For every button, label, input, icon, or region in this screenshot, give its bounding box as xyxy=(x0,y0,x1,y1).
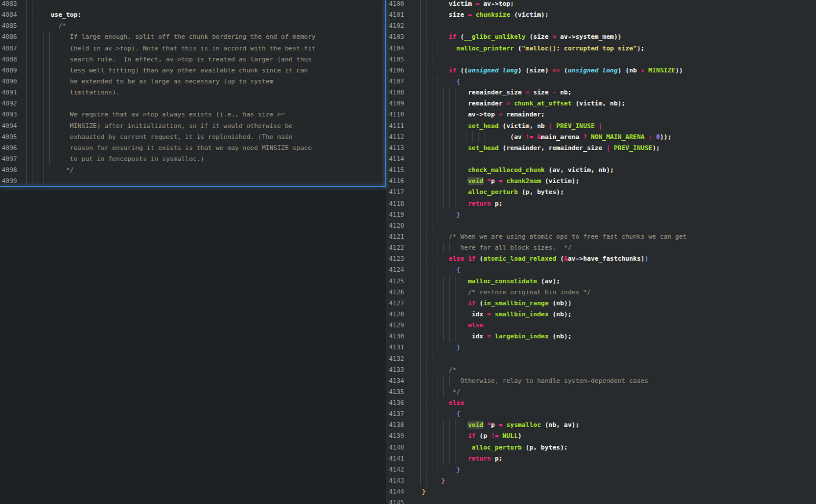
code-line-content[interactable]: malloc_consolidate (av); xyxy=(406,276,816,287)
code-line[interactable]: 4116 void *p = chunk2mem (victim); xyxy=(386,176,816,187)
line-number[interactable]: 4117 xyxy=(386,187,406,198)
code-line-content[interactable]: { xyxy=(406,264,816,275)
code-line-content[interactable]: if (in_smallbin_range (nb)) xyxy=(406,298,816,309)
code-line-content[interactable]: */ xyxy=(23,165,385,176)
code-line-content[interactable]: } xyxy=(406,464,816,475)
code-line-content[interactable]: remainder_size = size - nb; xyxy=(406,87,816,98)
code-line[interactable]: 4142 } xyxy=(386,464,816,475)
line-number[interactable]: 4110 xyxy=(386,109,406,120)
line-number[interactable]: 4130 xyxy=(386,331,406,342)
code-line[interactable]: 4109 remainder = chunk_at_offset (victim… xyxy=(386,98,816,109)
code-line-content[interactable] xyxy=(23,98,385,109)
code-line[interactable]: 4094 MINSIZE) after initialization, so i… xyxy=(0,120,385,132)
code-line-content[interactable]: void *p = sysmalloc (nb, av); xyxy=(406,419,816,430)
code-line[interactable]: 4125 malloc_consolidate (av); xyxy=(386,276,816,287)
code-line[interactable]: 4084 use_top: xyxy=(0,9,385,20)
code-line[interactable]: 4118 return p; xyxy=(386,198,816,209)
code-line-content[interactable]: set_head (remainder, remainder_size | PR… xyxy=(406,143,816,154)
code-line[interactable]: 4090 be extended to be as large as neces… xyxy=(0,76,385,87)
code-line-content[interactable]: */ xyxy=(406,386,816,397)
code-line-content[interactable]: } xyxy=(406,486,816,497)
code-line[interactable]: 4106 if ((unsigned long) (size) >= (unsi… xyxy=(386,65,816,76)
line-number[interactable]: 4121 xyxy=(386,231,406,242)
code-line[interactable]: 4145 xyxy=(386,497,816,504)
code-line[interactable]: 4119 } xyxy=(386,209,816,220)
line-number[interactable]: 4125 xyxy=(386,276,406,287)
line-number[interactable]: 4091 xyxy=(0,87,23,98)
code-line[interactable]: 4100 victim = av->top; xyxy=(386,0,816,9)
line-number[interactable]: 4120 xyxy=(386,220,406,231)
code-line-content[interactable] xyxy=(406,353,816,364)
line-number[interactable]: 4140 xyxy=(386,442,406,453)
line-number[interactable]: 4083 xyxy=(0,0,23,9)
code-line[interactable]: 4086 If large enough, split off the chun… xyxy=(0,31,385,42)
code-line-content[interactable]: We require that av->top always exists (i… xyxy=(23,109,385,120)
line-number[interactable]: 4116 xyxy=(386,176,406,187)
line-number[interactable]: 4139 xyxy=(386,430,406,441)
line-number[interactable]: 4104 xyxy=(386,43,406,54)
editor-pane-left[interactable]: 40834084 use_top:4085 /*4086 If large en… xyxy=(0,0,385,186)
line-number[interactable]: 4128 xyxy=(386,309,406,320)
line-number[interactable]: 4142 xyxy=(386,464,406,475)
code-line[interactable]: 4126 /* restore original bin index */ xyxy=(386,287,816,298)
line-number[interactable]: 4141 xyxy=(386,453,406,464)
line-number[interactable]: 4129 xyxy=(386,320,406,331)
code-line-content[interactable] xyxy=(406,220,816,231)
line-number[interactable]: 4101 xyxy=(386,9,406,20)
line-number[interactable]: 4126 xyxy=(386,287,406,298)
line-number[interactable]: 4118 xyxy=(386,198,406,209)
line-number[interactable]: 4096 xyxy=(0,143,23,154)
line-number[interactable]: 4092 xyxy=(0,98,23,109)
code-line-content[interactable]: limitations). xyxy=(23,87,385,98)
code-line-content[interactable]: (av != &main_arena ? NON_MAIN_ARENA : 0)… xyxy=(406,132,816,143)
code-line-content[interactable] xyxy=(406,154,816,165)
code-line-content[interactable]: return p; xyxy=(406,198,816,209)
code-line[interactable]: 4093 We require that av->top always exis… xyxy=(0,109,385,120)
line-number[interactable]: 4105 xyxy=(386,54,406,65)
code-line-content[interactable]: check_malloced_chunk (av, victim, nb); xyxy=(406,165,816,176)
code-line[interactable]: 4128 idx = smallbin_index (nb); xyxy=(386,309,816,320)
line-number[interactable]: 4119 xyxy=(386,209,406,220)
code-line[interactable]: 4143 } xyxy=(386,475,816,486)
code-line-content[interactable]: idx = smallbin_index (nb); xyxy=(406,309,816,320)
code-line-content[interactable]: void *p = chunk2mem (victim); xyxy=(406,176,816,187)
line-number[interactable]: 4138 xyxy=(386,419,406,430)
code-line[interactable]: 4130 idx = largebin_index (nb); xyxy=(386,331,816,342)
code-line[interactable]: 4083 xyxy=(0,0,385,9)
editor-pane-right[interactable]: 4100 victim = av->top;4101 size = chunks… xyxy=(386,0,816,504)
code-line-content[interactable]: malloc_printerr ("malloc(): corrupted to… xyxy=(406,43,816,54)
line-number[interactable]: 4143 xyxy=(386,475,406,486)
code-line[interactable]: 4134 Otherwise, relay to handle system-d… xyxy=(386,375,816,386)
line-number[interactable]: 4103 xyxy=(386,31,406,42)
line-number[interactable]: 4136 xyxy=(386,397,406,408)
code-line[interactable]: 4129 else xyxy=(386,320,816,331)
code-line-content[interactable]: /* restore original bin index */ xyxy=(406,287,816,298)
line-number[interactable]: 4145 xyxy=(386,497,406,504)
code-line-content[interactable]: return p; xyxy=(406,453,816,464)
line-number[interactable]: 4131 xyxy=(386,342,406,353)
code-line-content[interactable]: /* When we are using atomic ops to free … xyxy=(406,231,816,242)
line-number[interactable]: 4108 xyxy=(386,87,406,98)
code-line-content[interactable]: } xyxy=(406,475,816,486)
code-line[interactable]: 4136 else xyxy=(386,397,816,408)
code-line-content[interactable]: (held in av->top). Note that this is in … xyxy=(23,43,385,54)
line-number[interactable]: 4097 xyxy=(0,154,23,165)
code-line-content[interactable]: } xyxy=(406,209,816,220)
code-line-content[interactable]: exhausted by current request, it is repl… xyxy=(23,132,385,143)
code-line[interactable]: 4096 reason for ensuring it exists is th… xyxy=(0,143,385,154)
code-line-content[interactable]: /* xyxy=(406,364,816,375)
code-line[interactable]: 4092 xyxy=(0,98,385,109)
code-line[interactable]: 4087 (held in av->top). Note that this i… xyxy=(0,43,385,54)
code-line[interactable]: 4088 search rule. In effect, av->top is … xyxy=(0,54,385,65)
line-number[interactable]: 4124 xyxy=(386,264,406,275)
code-line-content[interactable]: /* xyxy=(23,20,385,31)
line-number[interactable]: 4122 xyxy=(386,242,406,253)
code-line[interactable]: 4122 here for all block sizes. */ xyxy=(386,242,816,253)
code-line[interactable]: 4131 } xyxy=(386,342,816,353)
code-line[interactable]: 4141 return p; xyxy=(386,453,816,464)
code-line[interactable]: 4132 xyxy=(386,353,816,364)
code-line[interactable]: 4144} xyxy=(386,486,816,497)
code-line[interactable]: 4111 set_head (victim, nb | PREV_INUSE | xyxy=(386,120,816,132)
code-line[interactable]: 4113 set_head (remainder, remainder_size… xyxy=(386,143,816,154)
code-line[interactable]: 4117 alloc_perturb (p, bytes); xyxy=(386,187,816,198)
